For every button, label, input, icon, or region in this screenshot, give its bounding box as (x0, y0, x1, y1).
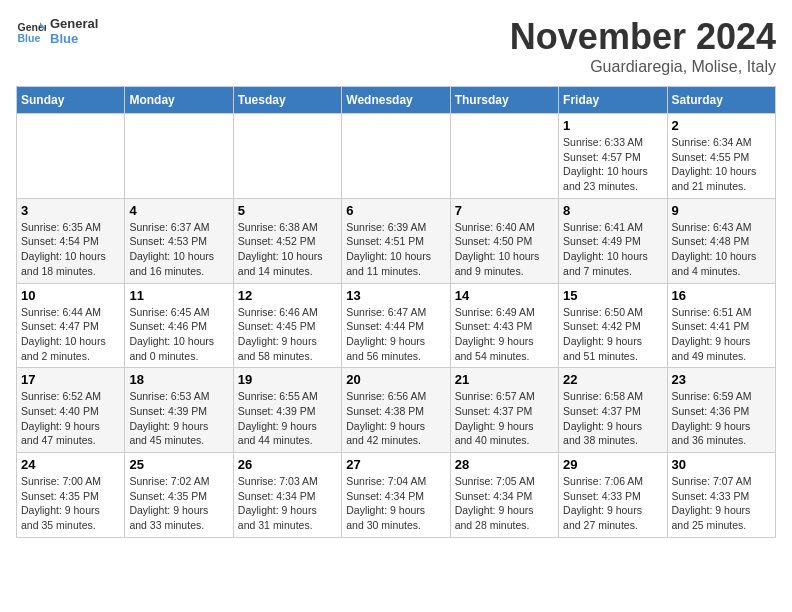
day-cell: 18Sunrise: 6:53 AM Sunset: 4:39 PM Dayli… (125, 368, 233, 453)
day-info: Sunrise: 7:05 AM Sunset: 4:34 PM Dayligh… (455, 474, 554, 533)
day-cell: 14Sunrise: 6:49 AM Sunset: 4:43 PM Dayli… (450, 283, 558, 368)
logo-line1: General (50, 16, 98, 31)
day-number: 18 (129, 372, 228, 387)
day-number: 19 (238, 372, 337, 387)
week-row-4: 17Sunrise: 6:52 AM Sunset: 4:40 PM Dayli… (17, 368, 776, 453)
day-cell: 29Sunrise: 7:06 AM Sunset: 4:33 PM Dayli… (559, 453, 667, 538)
day-info: Sunrise: 7:02 AM Sunset: 4:35 PM Dayligh… (129, 474, 228, 533)
day-info: Sunrise: 6:58 AM Sunset: 4:37 PM Dayligh… (563, 389, 662, 448)
day-cell: 30Sunrise: 7:07 AM Sunset: 4:33 PM Dayli… (667, 453, 775, 538)
day-number: 11 (129, 288, 228, 303)
calendar-title: November 2024 (510, 16, 776, 58)
day-number: 26 (238, 457, 337, 472)
day-number: 22 (563, 372, 662, 387)
day-info: Sunrise: 6:35 AM Sunset: 4:54 PM Dayligh… (21, 220, 120, 279)
day-number: 24 (21, 457, 120, 472)
header-row: SundayMondayTuesdayWednesdayThursdayFrid… (17, 87, 776, 114)
day-cell: 6Sunrise: 6:39 AM Sunset: 4:51 PM Daylig… (342, 198, 450, 283)
day-info: Sunrise: 6:47 AM Sunset: 4:44 PM Dayligh… (346, 305, 445, 364)
day-cell (233, 114, 341, 199)
day-cell: 5Sunrise: 6:38 AM Sunset: 4:52 PM Daylig… (233, 198, 341, 283)
day-cell: 20Sunrise: 6:56 AM Sunset: 4:38 PM Dayli… (342, 368, 450, 453)
day-cell: 15Sunrise: 6:50 AM Sunset: 4:42 PM Dayli… (559, 283, 667, 368)
header-cell-sunday: Sunday (17, 87, 125, 114)
day-cell: 28Sunrise: 7:05 AM Sunset: 4:34 PM Dayli… (450, 453, 558, 538)
day-cell: 8Sunrise: 6:41 AM Sunset: 4:49 PM Daylig… (559, 198, 667, 283)
day-info: Sunrise: 6:44 AM Sunset: 4:47 PM Dayligh… (21, 305, 120, 364)
day-cell: 4Sunrise: 6:37 AM Sunset: 4:53 PM Daylig… (125, 198, 233, 283)
day-cell: 7Sunrise: 6:40 AM Sunset: 4:50 PM Daylig… (450, 198, 558, 283)
day-info: Sunrise: 6:55 AM Sunset: 4:39 PM Dayligh… (238, 389, 337, 448)
day-info: Sunrise: 6:45 AM Sunset: 4:46 PM Dayligh… (129, 305, 228, 364)
day-info: Sunrise: 6:39 AM Sunset: 4:51 PM Dayligh… (346, 220, 445, 279)
day-info: Sunrise: 6:40 AM Sunset: 4:50 PM Dayligh… (455, 220, 554, 279)
week-row-2: 3Sunrise: 6:35 AM Sunset: 4:54 PM Daylig… (17, 198, 776, 283)
day-number: 1 (563, 118, 662, 133)
day-cell: 24Sunrise: 7:00 AM Sunset: 4:35 PM Dayli… (17, 453, 125, 538)
day-number: 6 (346, 203, 445, 218)
day-cell (450, 114, 558, 199)
day-number: 2 (672, 118, 771, 133)
logo-line2: Blue (50, 31, 98, 46)
day-info: Sunrise: 6:34 AM Sunset: 4:55 PM Dayligh… (672, 135, 771, 194)
week-row-1: 1Sunrise: 6:33 AM Sunset: 4:57 PM Daylig… (17, 114, 776, 199)
day-number: 29 (563, 457, 662, 472)
logo: General Blue General Blue (16, 16, 98, 46)
day-info: Sunrise: 7:04 AM Sunset: 4:34 PM Dayligh… (346, 474, 445, 533)
day-cell: 12Sunrise: 6:46 AM Sunset: 4:45 PM Dayli… (233, 283, 341, 368)
day-info: Sunrise: 7:07 AM Sunset: 4:33 PM Dayligh… (672, 474, 771, 533)
day-info: Sunrise: 6:53 AM Sunset: 4:39 PM Dayligh… (129, 389, 228, 448)
calendar-table: SundayMondayTuesdayWednesdayThursdayFrid… (16, 86, 776, 538)
day-cell: 21Sunrise: 6:57 AM Sunset: 4:37 PM Dayli… (450, 368, 558, 453)
day-info: Sunrise: 7:06 AM Sunset: 4:33 PM Dayligh… (563, 474, 662, 533)
day-number: 13 (346, 288, 445, 303)
day-cell: 27Sunrise: 7:04 AM Sunset: 4:34 PM Dayli… (342, 453, 450, 538)
day-number: 12 (238, 288, 337, 303)
day-cell: 23Sunrise: 6:59 AM Sunset: 4:36 PM Dayli… (667, 368, 775, 453)
day-cell (125, 114, 233, 199)
day-number: 28 (455, 457, 554, 472)
day-number: 8 (563, 203, 662, 218)
day-number: 14 (455, 288, 554, 303)
day-cell: 19Sunrise: 6:55 AM Sunset: 4:39 PM Dayli… (233, 368, 341, 453)
day-number: 10 (21, 288, 120, 303)
day-info: Sunrise: 6:43 AM Sunset: 4:48 PM Dayligh… (672, 220, 771, 279)
day-number: 30 (672, 457, 771, 472)
day-number: 4 (129, 203, 228, 218)
header-cell-saturday: Saturday (667, 87, 775, 114)
day-info: Sunrise: 6:50 AM Sunset: 4:42 PM Dayligh… (563, 305, 662, 364)
logo-icon: General Blue (16, 16, 46, 46)
day-cell: 16Sunrise: 6:51 AM Sunset: 4:41 PM Dayli… (667, 283, 775, 368)
day-cell: 3Sunrise: 6:35 AM Sunset: 4:54 PM Daylig… (17, 198, 125, 283)
header-cell-tuesday: Tuesday (233, 87, 341, 114)
day-number: 27 (346, 457, 445, 472)
day-cell: 10Sunrise: 6:44 AM Sunset: 4:47 PM Dayli… (17, 283, 125, 368)
day-info: Sunrise: 6:37 AM Sunset: 4:53 PM Dayligh… (129, 220, 228, 279)
day-cell (342, 114, 450, 199)
day-info: Sunrise: 6:52 AM Sunset: 4:40 PM Dayligh… (21, 389, 120, 448)
day-info: Sunrise: 6:49 AM Sunset: 4:43 PM Dayligh… (455, 305, 554, 364)
page-header: General Blue General Blue November 2024 … (16, 16, 776, 76)
day-cell (17, 114, 125, 199)
day-number: 17 (21, 372, 120, 387)
day-info: Sunrise: 6:46 AM Sunset: 4:45 PM Dayligh… (238, 305, 337, 364)
day-info: Sunrise: 6:41 AM Sunset: 4:49 PM Dayligh… (563, 220, 662, 279)
svg-text:Blue: Blue (18, 32, 41, 44)
day-cell: 25Sunrise: 7:02 AM Sunset: 4:35 PM Dayli… (125, 453, 233, 538)
day-cell: 2Sunrise: 6:34 AM Sunset: 4:55 PM Daylig… (667, 114, 775, 199)
day-info: Sunrise: 6:56 AM Sunset: 4:38 PM Dayligh… (346, 389, 445, 448)
day-info: Sunrise: 6:57 AM Sunset: 4:37 PM Dayligh… (455, 389, 554, 448)
day-number: 16 (672, 288, 771, 303)
day-info: Sunrise: 7:03 AM Sunset: 4:34 PM Dayligh… (238, 474, 337, 533)
day-cell: 9Sunrise: 6:43 AM Sunset: 4:48 PM Daylig… (667, 198, 775, 283)
header-cell-monday: Monday (125, 87, 233, 114)
day-number: 5 (238, 203, 337, 218)
day-number: 9 (672, 203, 771, 218)
day-cell: 13Sunrise: 6:47 AM Sunset: 4:44 PM Dayli… (342, 283, 450, 368)
week-row-5: 24Sunrise: 7:00 AM Sunset: 4:35 PM Dayli… (17, 453, 776, 538)
day-cell: 11Sunrise: 6:45 AM Sunset: 4:46 PM Dayli… (125, 283, 233, 368)
day-info: Sunrise: 6:33 AM Sunset: 4:57 PM Dayligh… (563, 135, 662, 194)
day-number: 15 (563, 288, 662, 303)
day-cell: 17Sunrise: 6:52 AM Sunset: 4:40 PM Dayli… (17, 368, 125, 453)
day-info: Sunrise: 6:59 AM Sunset: 4:36 PM Dayligh… (672, 389, 771, 448)
